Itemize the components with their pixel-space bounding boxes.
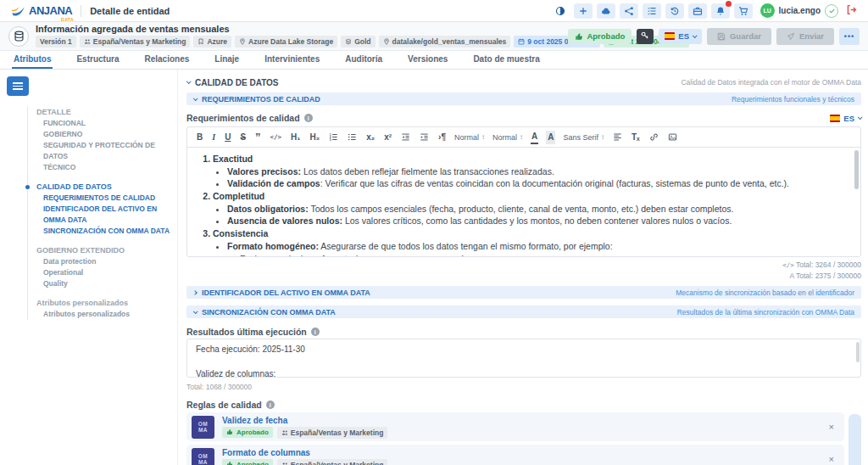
- send-button[interactable]: Enviar: [776, 28, 834, 45]
- results-textarea-wrap: Fecha ejecución: 2025-11-30 Validez de c…: [186, 339, 861, 381]
- text-color-button[interactable]: A: [531, 131, 538, 144]
- remove-rule-button[interactable]: ×: [829, 422, 834, 432]
- sidebar-item-operational[interactable]: Operational: [36, 267, 170, 278]
- tab-dato-de-muestra[interactable]: Dato de muestra: [471, 51, 541, 69]
- lineage-button[interactable]: [620, 3, 638, 19]
- updown-icon: ↕: [520, 133, 523, 141]
- tab-intervinientes[interactable]: Intervinientes: [263, 51, 321, 69]
- editor-scrollbar[interactable]: [854, 150, 859, 189]
- section-calidad-de-datos[interactable]: CALIDAD DE DATOS Calidad de Datos integr…: [186, 75, 861, 90]
- tab-atributos[interactable]: Atributos: [12, 51, 53, 69]
- tab-relaciones[interactable]: Relaciones: [142, 51, 191, 69]
- section-requerimientos-de-calidad[interactable]: REQUERIMIENTOS DE CALIDAD Requerimientos…: [186, 92, 861, 105]
- language-select[interactable]: ES: [659, 29, 702, 44]
- info-icon[interactable]: i: [304, 114, 313, 122]
- sidebar-item-funcional[interactable]: FUNCIONAL: [36, 118, 170, 129]
- textarea-scrollbar[interactable]: [856, 342, 860, 362]
- theme-toggle-button[interactable]: [551, 3, 570, 19]
- sidebar-item-atributos-personalizados[interactable]: Atributos personalizados: [36, 297, 170, 309]
- add-button[interactable]: [574, 3, 593, 19]
- sidebar-item-data-protection[interactable]: Data protection: [36, 256, 170, 267]
- header-select[interactable]: Normal↕: [492, 133, 523, 142]
- header-2-button[interactable]: H₂: [309, 131, 320, 144]
- chevron-down-icon: [186, 79, 192, 84]
- requirements-field-header: Requerimientos de calidad i ES: [186, 113, 861, 123]
- sidebar-item-identificador-del-activo-en-omma-data[interactable]: IDENTIFICADOR DEL ACTIVO EN OMMA DATA: [36, 204, 170, 226]
- italic-button[interactable]: I: [211, 131, 216, 144]
- size-select[interactable]: Normal↕: [454, 133, 485, 142]
- sidebar-item-sincronizacion-con-omma-data[interactable]: SINCRONIZACIÓN CON OMMA DATA: [36, 226, 170, 237]
- rule-organization-badge: España/Ventas y Marketing: [277, 427, 388, 439]
- superscript-button[interactable]: x²: [383, 131, 392, 144]
- user-avatar[interactable]: LU: [760, 3, 775, 18]
- rule-title[interactable]: Validez de fecha: [222, 416, 387, 425]
- align-button[interactable]: [612, 131, 623, 144]
- subscript-button[interactable]: x₂: [365, 131, 376, 144]
- sidebar-item-tecnico[interactable]: TÉCNICO: [36, 162, 170, 173]
- omma-logo-line2: MA: [198, 427, 208, 433]
- editor-content[interactable]: ExactitudValores precisos: Los datos deb…: [187, 148, 860, 256]
- link-button[interactable]: [648, 131, 659, 144]
- status-check-icon[interactable]: [825, 4, 838, 18]
- subsection-hint: Resultados de la última sincronización c…: [677, 308, 854, 317]
- link-icon: [649, 132, 659, 142]
- code-token: MM/DD/YYYY: [414, 256, 459, 257]
- results-textarea[interactable]: Fecha ejecución: 2025-11-30 Validez de c…: [186, 339, 861, 378]
- save-button[interactable]: Guardar: [707, 28, 771, 45]
- anjana-logo[interactable]: ANJANADATA: [8, 3, 72, 19]
- sidebar-item-quality[interactable]: Quality: [36, 278, 170, 289]
- notifications-button[interactable]: [711, 3, 730, 19]
- sidebar-item-detalle[interactable]: DETALLE: [36, 106, 170, 118]
- chevron-down-icon: [193, 309, 198, 314]
- remove-rule-button[interactable]: ×: [829, 454, 834, 464]
- bold-button[interactable]: B: [196, 131, 203, 144]
- tab-auditoria[interactable]: Auditoría: [343, 51, 384, 69]
- section-sincronizacion-omma[interactable]: SINCRONIZACIÓN CON OMMA DATA Resultados …: [186, 305, 861, 318]
- tab-estructura[interactable]: Estructura: [75, 51, 120, 69]
- sidebar-toggle-button[interactable]: [7, 76, 29, 96]
- logo-text: ANJANADATA: [29, 4, 72, 17]
- direction-button[interactable]: ›¶: [437, 131, 447, 144]
- more-actions-button[interactable]: •••: [839, 28, 860, 45]
- sidebar-item-seguridad-y-proteccion-de-datos[interactable]: SEGURIDAD Y PROTECCIÓN DE DATOS: [36, 140, 170, 162]
- header-1-button[interactable]: H₁: [290, 131, 301, 144]
- sidebar-item-calidad-de-datos[interactable]: CALIDAD DE DATOS: [36, 181, 170, 193]
- underline-button[interactable]: U: [224, 131, 231, 144]
- outdent-button[interactable]: [400, 131, 411, 144]
- history-button[interactable]: [665, 3, 684, 19]
- editor-language-select[interactable]: ES: [830, 114, 861, 123]
- bullet-list-button[interactable]: [347, 131, 358, 144]
- sidebar-item-gobierno-extendido[interactable]: GOBIERNO EXTENDIDO: [36, 244, 170, 256]
- indent-button[interactable]: [419, 131, 430, 144]
- ordered-list-button[interactable]: 123: [328, 131, 339, 144]
- logout-button[interactable]: [843, 3, 860, 19]
- font-select[interactable]: Sans Serif↕: [563, 133, 604, 142]
- sidebar-item-requerimientos-de-calidad[interactable]: REQUERIMIENTOS DE CALIDAD: [36, 193, 170, 204]
- sidebar-item-gobierno[interactable]: GOBIERNO: [36, 129, 170, 140]
- code-block-button[interactable]: </>: [270, 131, 283, 144]
- briefcase-button[interactable]: [688, 3, 707, 19]
- image-button[interactable]: [667, 131, 678, 144]
- sidebar-item-atributos-personalizados[interactable]: Atributos personalizados: [36, 309, 170, 320]
- info-icon[interactable]: i: [266, 401, 275, 409]
- cart-button[interactable]: [734, 3, 753, 19]
- nav-group-atributos-personalizados: Atributos personalizadosAtributos person…: [36, 297, 170, 320]
- tab-versiones[interactable]: Versiones: [406, 51, 449, 69]
- rule-title[interactable]: Formato de columnas: [222, 448, 387, 457]
- section-identificador-omma[interactable]: IDENTIFICADOR DEL ACTIVO EN OMMA DATA Me…: [186, 286, 861, 299]
- blockquote-button[interactable]: ”: [254, 131, 262, 144]
- cloud-button[interactable]: [597, 3, 615, 19]
- results-field-label: Resultados última ejecución i: [186, 327, 320, 337]
- requirement-subitem: Datos obligatorios: Todos los campos ese…: [227, 203, 849, 216]
- strike-button[interactable]: S: [239, 131, 247, 144]
- background-color-button[interactable]: A: [546, 131, 555, 144]
- tasks-button[interactable]: [643, 3, 661, 19]
- key-button[interactable]: [637, 29, 654, 44]
- tab-linaje[interactable]: Linaje: [213, 51, 241, 69]
- size-select-value: Normal: [454, 133, 479, 142]
- info-icon[interactable]: i: [311, 328, 320, 336]
- share-icon: [624, 6, 634, 16]
- clean-format-button[interactable]: Tₓ: [631, 131, 641, 144]
- updown-icon: ↕: [601, 133, 604, 141]
- rules-scrollbar[interactable]: [849, 414, 861, 465]
